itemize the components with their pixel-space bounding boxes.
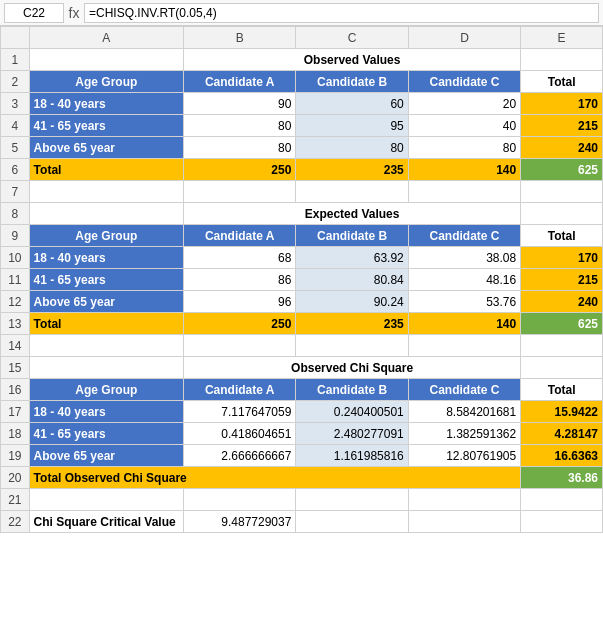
cell-e11[interactable]: 215: [521, 269, 603, 291]
col-header-b[interactable]: B: [183, 27, 295, 49]
cell-c13[interactable]: 235: [296, 313, 408, 335]
cell-e21[interactable]: [521, 489, 603, 511]
cell-a7[interactable]: [29, 181, 183, 203]
cell-d9[interactable]: Candidate C: [408, 225, 520, 247]
cell-e12[interactable]: 240: [521, 291, 603, 313]
cell-a4[interactable]: 41 - 65 years: [29, 115, 183, 137]
cell-a16[interactable]: Age Group: [29, 379, 183, 401]
cell-c11[interactable]: 80.84: [296, 269, 408, 291]
cell-d3[interactable]: 20: [408, 93, 520, 115]
cell-b17[interactable]: 7.117647059: [183, 401, 295, 423]
cell-d4[interactable]: 40: [408, 115, 520, 137]
cell-a9[interactable]: Age Group: [29, 225, 183, 247]
cell-a11[interactable]: 41 - 65 years: [29, 269, 183, 291]
cell-a15[interactable]: [29, 357, 183, 379]
cell-a17[interactable]: 18 - 40 years: [29, 401, 183, 423]
col-header-c[interactable]: C: [296, 27, 408, 49]
cell-reference[interactable]: C22: [4, 3, 64, 23]
col-header-e[interactable]: E: [521, 27, 603, 49]
cell-a20-label[interactable]: Total Observed Chi Square: [29, 467, 521, 489]
cell-d19[interactable]: 12.80761905: [408, 445, 520, 467]
cell-a2[interactable]: Age Group: [29, 71, 183, 93]
cell-c10[interactable]: 63.92: [296, 247, 408, 269]
cell-c21[interactable]: [296, 489, 408, 511]
cell-b11[interactable]: 86: [183, 269, 295, 291]
cell-c5[interactable]: 80: [296, 137, 408, 159]
cell-a8[interactable]: [29, 203, 183, 225]
cell-e1[interactable]: [521, 49, 603, 71]
cell-c4[interactable]: 95: [296, 115, 408, 137]
cell-c19[interactable]: 1.161985816: [296, 445, 408, 467]
cell-d10[interactable]: 38.08: [408, 247, 520, 269]
cell-d2[interactable]: Candidate C: [408, 71, 520, 93]
cell-e15[interactable]: [521, 357, 603, 379]
cell-e3[interactable]: 170: [521, 93, 603, 115]
cell-d16[interactable]: Candidate C: [408, 379, 520, 401]
cell-b3[interactable]: 90: [183, 93, 295, 115]
cell-e9[interactable]: Total: [521, 225, 603, 247]
cell-e19[interactable]: 16.6363: [521, 445, 603, 467]
cell-c16[interactable]: Candidate B: [296, 379, 408, 401]
cell-d14[interactable]: [408, 335, 520, 357]
cell-a19[interactable]: Above 65 year: [29, 445, 183, 467]
cell-a14[interactable]: [29, 335, 183, 357]
cell-c7[interactable]: [296, 181, 408, 203]
cell-a12[interactable]: Above 65 year: [29, 291, 183, 313]
cell-b4[interactable]: 80: [183, 115, 295, 137]
cell-e13[interactable]: 625: [521, 313, 603, 335]
cell-e16[interactable]: Total: [521, 379, 603, 401]
cell-c14[interactable]: [296, 335, 408, 357]
cell-e17[interactable]: 15.9422: [521, 401, 603, 423]
cell-a13[interactable]: Total: [29, 313, 183, 335]
cell-d21[interactable]: [408, 489, 520, 511]
cell-e7[interactable]: [521, 181, 603, 203]
cell-a6[interactable]: Total: [29, 159, 183, 181]
cell-a3[interactable]: 18 - 40 years: [29, 93, 183, 115]
cell-e18[interactable]: 4.28147: [521, 423, 603, 445]
col-header-a[interactable]: A: [29, 27, 183, 49]
cell-d17[interactable]: 8.584201681: [408, 401, 520, 423]
col-header-d[interactable]: D: [408, 27, 520, 49]
cell-d6[interactable]: 140: [408, 159, 520, 181]
cell-e2[interactable]: Total: [521, 71, 603, 93]
cell-c3[interactable]: 60: [296, 93, 408, 115]
cell-c22[interactable]: [296, 511, 408, 533]
formula-input[interactable]: =CHISQ.INV.RT(0.05,4): [84, 3, 599, 23]
cell-d13[interactable]: 140: [408, 313, 520, 335]
cell-b21[interactable]: [183, 489, 295, 511]
cell-e20[interactable]: 36.86: [521, 467, 603, 489]
cell-e10[interactable]: 170: [521, 247, 603, 269]
cell-d11[interactable]: 48.16: [408, 269, 520, 291]
cell-d7[interactable]: [408, 181, 520, 203]
cell-c17[interactable]: 0.240400501: [296, 401, 408, 423]
cell-c6[interactable]: 235: [296, 159, 408, 181]
cell-b2[interactable]: Candidate A: [183, 71, 295, 93]
cell-d18[interactable]: 1.382591362: [408, 423, 520, 445]
cell-e6[interactable]: 625: [521, 159, 603, 181]
cell-e5[interactable]: 240: [521, 137, 603, 159]
cell-e8[interactable]: [521, 203, 603, 225]
cell-c9[interactable]: Candidate B: [296, 225, 408, 247]
cell-e4[interactable]: 215: [521, 115, 603, 137]
cell-a21[interactable]: [29, 489, 183, 511]
cell-a10[interactable]: 18 - 40 years: [29, 247, 183, 269]
cell-b22-value[interactable]: 9.487729037: [183, 511, 295, 533]
cell-b10[interactable]: 68: [183, 247, 295, 269]
cell-b9[interactable]: Candidate A: [183, 225, 295, 247]
cell-b16[interactable]: Candidate A: [183, 379, 295, 401]
cell-e14[interactable]: [521, 335, 603, 357]
cell-c18[interactable]: 2.480277091: [296, 423, 408, 445]
cell-e22[interactable]: [521, 511, 603, 533]
cell-b13[interactable]: 250: [183, 313, 295, 335]
cell-a1[interactable]: [29, 49, 183, 71]
cell-c12[interactable]: 90.24: [296, 291, 408, 313]
cell-b5[interactable]: 80: [183, 137, 295, 159]
cell-b12[interactable]: 96: [183, 291, 295, 313]
cell-b6[interactable]: 250: [183, 159, 295, 181]
cell-b14[interactable]: [183, 335, 295, 357]
cell-d5[interactable]: 80: [408, 137, 520, 159]
cell-a5[interactable]: Above 65 year: [29, 137, 183, 159]
cell-b7[interactable]: [183, 181, 295, 203]
cell-d12[interactable]: 53.76: [408, 291, 520, 313]
cell-d22[interactable]: [408, 511, 520, 533]
